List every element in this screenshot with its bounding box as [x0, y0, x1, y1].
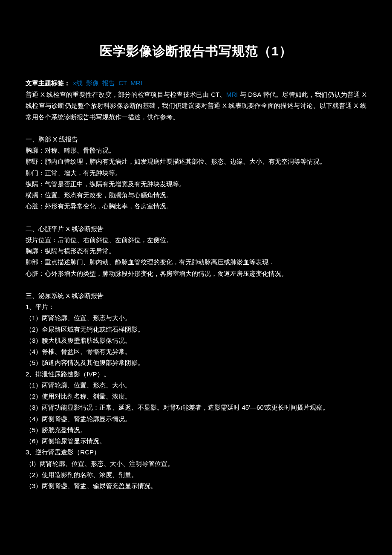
- intro-paragraph: 普通 X 线检查的重要性在改变，部分的检查项目与检查技术已由 CT、MRI 与 …: [26, 89, 366, 123]
- body-line: 肺野：肺内血管纹理，肺内有无病灶，如发现病灶要描述其部位、形态、边缘、大小、有无…: [26, 156, 366, 167]
- tag-link[interactable]: CT: [118, 79, 127, 87]
- body-line: （5）肠道内容情况及其他腹部异常阴影。: [26, 357, 366, 368]
- body-line: （3）两侧肾盏、肾盂、输尿管充盈显示情况。: [26, 480, 366, 491]
- body-line: 肺部：重点描述肺门、肺内动、静脉血管纹理的变化，有无肺动脉高压或肺淤血等表现．: [26, 257, 366, 268]
- document-title: 医学影像诊断报告书写规范（1）: [26, 43, 366, 60]
- body-line: 横膈：位置、形态有无改变，肋膈角与心膈角情况。: [26, 190, 366, 201]
- body-line: 肺门：正常、增大，有无肿块等。: [26, 168, 366, 179]
- section-heading: 二、心脏平片 X 线诊断报告: [26, 223, 366, 234]
- body-line: （4）两侧肾盏、肾盂轮廓显示情况。: [26, 413, 366, 425]
- body-line: 心脏：外形有无异常变化，心胸比率，各房室情况。: [26, 201, 366, 212]
- tag-link[interactable]: x线: [73, 79, 83, 87]
- body-line: 纵隔：气管是否正中，纵隔有无增宽及有无肿块发现等。: [26, 179, 366, 190]
- body-line: （l）两肾轮廓、位置、形态、大小、注明导管位置。: [26, 458, 366, 469]
- tag-link[interactable]: 影像: [86, 79, 99, 87]
- body-line: （1）两肾轮廓、位置、形态与大小。: [26, 312, 366, 324]
- body-line: （6）两侧输尿管显示情况。: [26, 436, 366, 447]
- body-line: 胸廓：纵隔与横形态有无异常。: [26, 246, 366, 257]
- body-line: （4）脊椎、骨盆区、骨骼有无异常。: [26, 346, 366, 357]
- body-line: （2）全尿路区域有无钙化或结石样阴影。: [26, 324, 366, 335]
- body-line: 心脏：心外形增大的类型，肺动脉段外形变化，各房室增大的情况，食道左房压迹变化情况…: [26, 268, 366, 279]
- blank-line: [26, 123, 366, 134]
- body-line: （2）使用造影剂的名称、浓度、剂量。: [26, 469, 366, 480]
- tag-link[interactable]: MRI: [130, 79, 142, 87]
- section: 一、胸部 X 线报告 胸廓：对称、畸形、骨骼情况。 肺野：肺内血管纹理，肺内有无…: [26, 134, 366, 212]
- body-line: 3、逆行肾盂造影（RCP）: [26, 447, 366, 458]
- intro-text: 普通 X 线检查的重要性在改变，部分的检查项目与检查技术已由 CT、: [26, 91, 226, 98]
- tags-row: 文章主题标签： x线 影像 报告 CT MRI: [26, 79, 366, 87]
- body-line: 1、平片：: [26, 301, 366, 312]
- body-line: 2、排泄性尿路造影（IVP）。: [26, 369, 366, 380]
- body-line: （2）使用对比剂名称、剂量、浓度。: [26, 391, 366, 402]
- body-line: （1）两肾轮廓、位置、形态、大小。: [26, 380, 366, 391]
- document-page: 医学影像诊断报告书写规范（1） 文章主题标签： x线 影像 报告 CT MRI …: [0, 0, 392, 509]
- blank-line: [26, 279, 366, 290]
- inline-link-mri[interactable]: MRI: [226, 91, 238, 98]
- blank-line: [26, 212, 366, 223]
- body-line: 胸廓：对称、畸形、骨骼情况。: [26, 145, 366, 156]
- body-line: （3）两肾功能显影情况：正常、延迟、不显影。对肾功能差者，造影需延时 45'—6…: [26, 402, 366, 413]
- tag-link[interactable]: 报告: [102, 79, 115, 87]
- body-line: （5）膀胱充盈情况。: [26, 425, 366, 436]
- tags-label: 文章主题标签：: [26, 79, 70, 87]
- section: 三、泌尿系统 X 线诊断报告 1、平片： （1）两肾轮廓、位置、形态与大小。 （…: [26, 290, 366, 492]
- section-heading: 三、泌尿系统 X 线诊断报告: [26, 290, 366, 301]
- body-line: 摄片位置：后前位、右前斜位、左前斜位，左侧位。: [26, 234, 366, 246]
- section: 二、心脏平片 X 线诊断报告 摄片位置：后前位、右前斜位、左前斜位，左侧位。 胸…: [26, 223, 366, 279]
- body-line: （3）腰大肌及腹壁脂肪线影像情况。: [26, 335, 366, 346]
- section-heading: 一、胸部 X 线报告: [26, 134, 366, 145]
